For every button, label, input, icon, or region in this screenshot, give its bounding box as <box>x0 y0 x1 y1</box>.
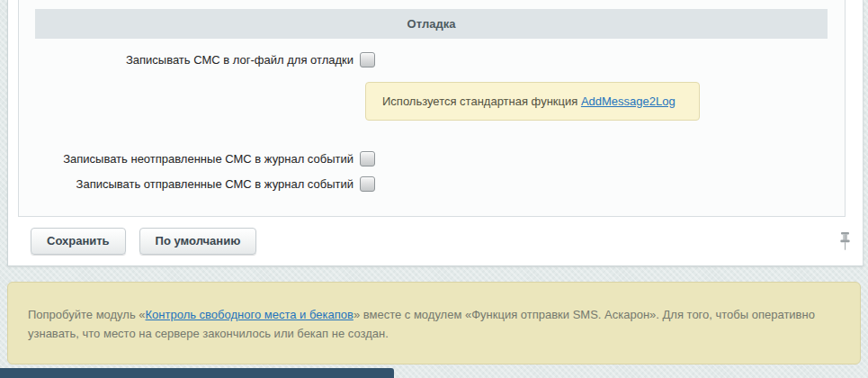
pin-icon[interactable] <box>838 231 852 252</box>
unsent-sms-checkbox[interactable] <box>360 151 375 166</box>
backup-module-link[interactable]: Контроль свободного места и бекапов <box>146 308 353 321</box>
info-note-box: Используется стандартная функция AddMess… <box>365 82 700 121</box>
default-button[interactable]: По умолчанию <box>139 228 257 255</box>
section-header-debug: Отладка <box>35 9 828 39</box>
section-title: Отладка <box>407 17 456 31</box>
form-row-sent-sms: Записывать отправленные СМС в журнал соб… <box>19 176 375 192</box>
addmessage2log-link[interactable]: AddMessage2Log <box>581 94 676 108</box>
form-row-unsent-sms: Записывать неотправленные СМС в журнал с… <box>19 151 375 166</box>
log-file-label: Записывать СМС в лог-файл для отладки <box>19 53 360 67</box>
settings-page: { "section": { "title": "Отладка" }, "fo… <box>0 0 868 378</box>
content-container: Отладка Записывать СМС в лог-файл для от… <box>7 0 864 266</box>
unsent-sms-label: Записывать неотправленные СМС в журнал с… <box>19 152 360 166</box>
form-row-log-file: Записывать СМС в лог-файл для отладки <box>19 52 375 68</box>
info-note-text: Используется стандартная функция AddMess… <box>382 94 676 108</box>
save-button[interactable]: Сохранить <box>31 228 126 255</box>
sent-sms-label: Записывать отправленные СМС в журнал соб… <box>19 177 360 191</box>
settings-form-panel: Отладка Записывать СМС в лог-файл для от… <box>18 0 846 217</box>
sent-sms-checkbox[interactable] <box>360 176 375 192</box>
buttons-bar: Сохранить По умолчанию <box>31 228 256 255</box>
log-file-checkbox[interactable] <box>360 52 375 68</box>
promo-notice: Попробуйте модуль «Контроль свободного м… <box>7 282 861 364</box>
notice-text-start: Попробуйте модуль « <box>28 308 146 321</box>
footer-bar <box>0 368 394 378</box>
